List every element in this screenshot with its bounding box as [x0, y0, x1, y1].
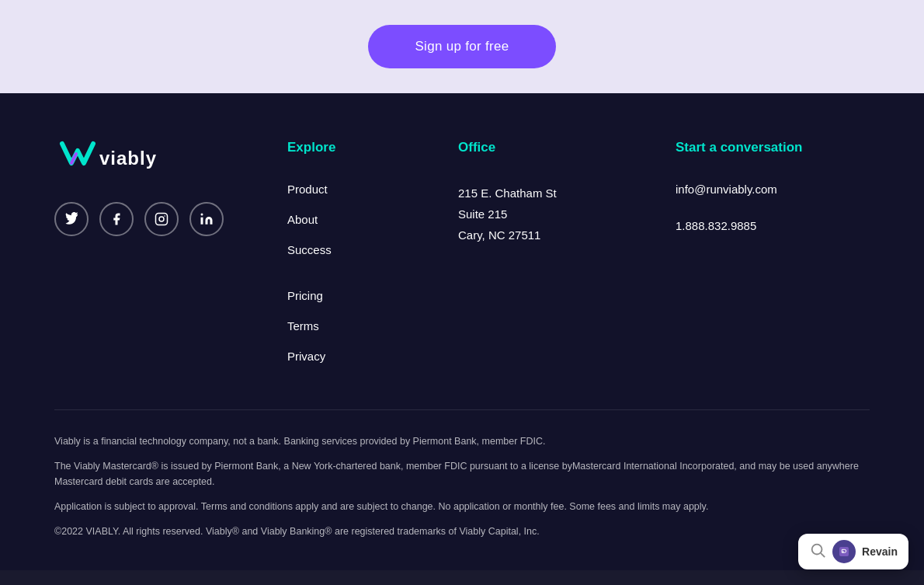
- explore-success-link[interactable]: Success: [287, 243, 458, 256]
- explore-terms-link[interactable]: Terms: [287, 319, 458, 333]
- twitter-social-link[interactable]: [54, 202, 89, 236]
- logo-container: viably: [54, 140, 287, 175]
- legal-line4: ©2022 VIABLY. All rights reserved. Viabl…: [54, 524, 870, 539]
- footer: viably: [0, 93, 924, 570]
- facebook-social-link[interactable]: [99, 202, 134, 236]
- office-line1: 215 E. Chatham St: [458, 183, 676, 204]
- explore-product-link[interactable]: Product: [287, 183, 458, 196]
- footer-contact: Start a conversation info@runviably.com …: [676, 140, 870, 363]
- explore-title: Explore: [287, 140, 458, 155]
- footer-office: Office 215 E. Chatham St Suite 215 Cary,…: [458, 140, 676, 363]
- svg-point-2: [159, 217, 164, 221]
- revain-search-icon: [809, 541, 826, 562]
- instagram-social-link[interactable]: [144, 202, 179, 236]
- legal-line2: The Viably Mastercard® is issued by Pier…: [54, 458, 870, 489]
- footer-brand: viably: [54, 140, 287, 363]
- signup-button[interactable]: Sign up for free: [368, 25, 555, 68]
- top-section: Sign up for free: [0, 0, 924, 93]
- footer-main: viably: [54, 140, 870, 363]
- legal-line1: Viably is a financial technology company…: [54, 434, 870, 449]
- svg-text:viably: viably: [99, 148, 157, 169]
- svg-line-6: [821, 553, 825, 557]
- svg-point-4: [201, 214, 203, 216]
- svg-point-3: [164, 215, 165, 217]
- contact-title: Start a conversation: [676, 140, 870, 155]
- office-line3: Cary, NC 27511: [458, 225, 676, 245]
- social-icons: [54, 202, 287, 236]
- svg-rect-1: [156, 214, 168, 225]
- contact-email[interactable]: info@runviably.com: [676, 183, 870, 196]
- contact-phone: 1.888.832.9885: [676, 219, 870, 232]
- viably-logo: viably: [54, 140, 175, 175]
- revain-widget[interactable]: Revain: [798, 534, 908, 569]
- revain-icon: [832, 540, 856, 563]
- explore-spacer: [287, 273, 458, 289]
- legal-line3: Application is subject to approval. Term…: [54, 499, 870, 514]
- office-line2: Suite 215: [458, 204, 676, 225]
- svg-point-5: [812, 544, 822, 554]
- revain-text: Revain: [862, 545, 898, 558]
- footer-explore: Explore Product About Success Pricing Te…: [287, 140, 458, 363]
- footer-bottom: Viably is a financial technology company…: [54, 409, 870, 539]
- office-title: Office: [458, 140, 676, 155]
- explore-pricing-link[interactable]: Pricing: [287, 289, 458, 302]
- explore-about-link[interactable]: About: [287, 213, 458, 226]
- explore-privacy-link[interactable]: Privacy: [287, 350, 458, 363]
- linkedin-social-link[interactable]: [189, 202, 224, 236]
